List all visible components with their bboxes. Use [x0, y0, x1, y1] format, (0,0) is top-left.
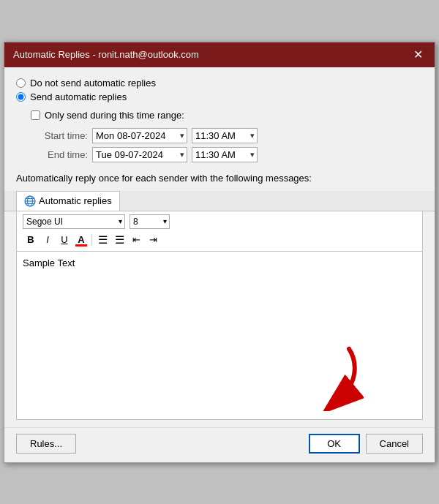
time-range-checkbox[interactable] — [31, 110, 40, 120]
indent-increase-button[interactable]: ⇥ — [145, 232, 161, 248]
list-button-2[interactable]: ☰ — [111, 232, 127, 248]
title-bar: Automatic Replies - ronit.nath@outlook.c… — [4, 42, 435, 67]
font-name-wrapper[interactable]: Segoe UI Arial Times New Roman — [23, 214, 125, 229]
automatic-replies-dialog: Automatic Replies - ronit.nath@outlook.c… — [4, 42, 435, 463]
dialog-body: Do not send automatic replies Send autom… — [4, 67, 435, 191]
footer-right-buttons: OK Cancel — [309, 434, 423, 454]
font-name-select[interactable]: Segoe UI Arial Times New Roman — [23, 214, 125, 229]
end-time-select[interactable]: 11:30 AM — [192, 147, 258, 162]
send-auto-reply-radio[interactable] — [16, 92, 26, 102]
italic-button[interactable]: I — [40, 232, 56, 248]
rules-button[interactable]: Rules... — [16, 434, 76, 454]
no-auto-reply-radio[interactable] — [16, 78, 26, 88]
start-time-row: Start time: Mon 08-07-2024 11:30 AM — [42, 128, 423, 143]
start-time-select[interactable]: 11:30 AM — [192, 128, 258, 143]
time-range-row: Only send during this time range: — [31, 110, 423, 121]
start-date-select[interactable]: Mon 08-07-2024 — [92, 128, 187, 143]
globe-icon — [24, 195, 36, 207]
end-time-row: End time: Tue 09-07-2024 11:30 AM — [42, 147, 423, 162]
font-size-select[interactable]: 8 9 10 11 12 14 — [130, 214, 170, 229]
time-section: Start time: Mon 08-07-2024 11:30 AM End … — [42, 128, 423, 162]
end-date-select[interactable]: Tue 09-07-2024 — [92, 147, 187, 162]
underline-button[interactable]: U — [56, 232, 72, 248]
format-buttons-row: B I U A ☰ ☰ ⇤ ⇥ — [23, 232, 416, 248]
close-button[interactable]: ✕ — [410, 48, 426, 62]
color-underline-bar — [75, 244, 87, 247]
end-date-wrapper[interactable]: Tue 09-07-2024 — [92, 147, 187, 162]
font-color-button[interactable]: A — [73, 232, 89, 248]
start-time-wrapper[interactable]: 11:30 AM — [192, 128, 258, 143]
formatting-toolbar: Segoe UI Arial Times New Roman 8 9 10 11… — [16, 211, 423, 252]
dialog-footer: Rules... OK Cancel — [4, 427, 435, 462]
reply-options: Do not send automatic replies Send autom… — [16, 78, 423, 102]
no-auto-reply-option[interactable]: Do not send automatic replies — [16, 78, 423, 89]
font-size-wrapper[interactable]: 8 9 10 11 12 14 — [130, 214, 170, 229]
no-auto-reply-label: Do not send automatic replies — [30, 78, 156, 89]
message-section-label: Automatically reply once for each sender… — [16, 173, 423, 184]
toolbar-separator-1 — [91, 234, 92, 246]
indent-decrease-button[interactable]: ⇤ — [128, 232, 144, 248]
automatic-replies-tab[interactable]: Automatic replies — [16, 191, 120, 211]
editor-area: Sample Text — [16, 252, 423, 420]
end-time-label: End time: — [42, 149, 88, 160]
ok-button[interactable]: OK — [309, 434, 360, 454]
message-editor[interactable]: Sample Text — [23, 257, 416, 411]
start-time-label: Start time: — [42, 130, 88, 141]
end-time-wrapper[interactable]: 11:30 AM — [192, 147, 258, 162]
cancel-button[interactable]: Cancel — [366, 434, 423, 454]
send-auto-reply-option[interactable]: Send automatic replies — [16, 91, 423, 102]
svg-point-5 — [25, 196, 35, 206]
font-row: Segoe UI Arial Times New Roman 8 9 10 11… — [23, 214, 416, 229]
editor-content-text: Sample Text — [23, 257, 75, 268]
tab-bar: Automatic replies — [4, 191, 435, 211]
list-button-1[interactable]: ☰ — [94, 232, 110, 248]
bold-button[interactable]: B — [23, 232, 39, 248]
dialog-title: Automatic Replies - ronit.nath@outlook.c… — [13, 49, 199, 60]
send-auto-reply-label: Send automatic replies — [30, 91, 127, 102]
tab-label: Automatic replies — [39, 195, 112, 206]
start-date-wrapper[interactable]: Mon 08-07-2024 — [92, 128, 187, 143]
time-range-label: Only send during this time range: — [45, 110, 184, 121]
